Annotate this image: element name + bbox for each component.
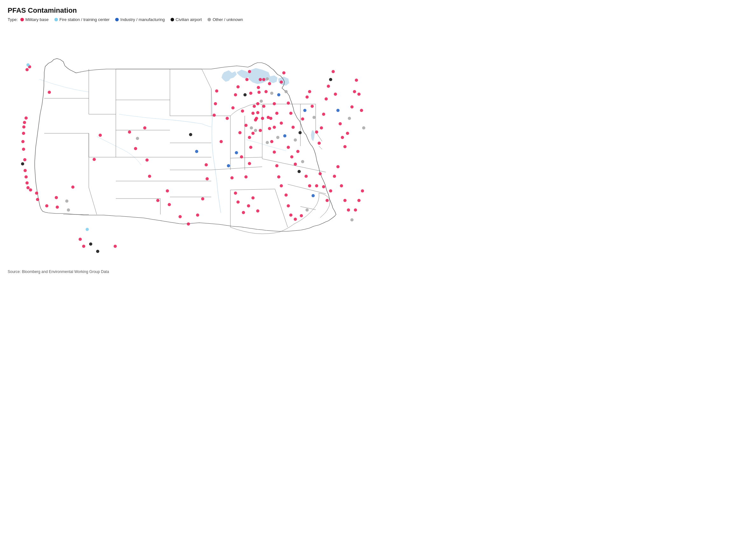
legend-item-military: Military base bbox=[20, 17, 49, 22]
page-title: PFAS Contamination bbox=[8, 6, 368, 15]
legend-label-other: Other / unknown bbox=[213, 17, 243, 22]
legend-item-other: Other / unknown bbox=[207, 17, 243, 22]
legend-label-fire: Fire station / training center bbox=[60, 17, 110, 22]
map-container bbox=[8, 25, 368, 267]
legend-type-label: Type: bbox=[8, 17, 18, 22]
source-text: Source: Bloomberg and Environmental Work… bbox=[8, 269, 368, 274]
legend-dot-fire bbox=[54, 18, 58, 21]
legend-item-airport: Civilian airport bbox=[171, 17, 202, 22]
legend-dot-industry bbox=[115, 18, 119, 21]
legend-label-military: Military base bbox=[25, 17, 49, 22]
legend-label-airport: Civilian airport bbox=[176, 17, 202, 22]
map-svg bbox=[8, 25, 368, 267]
legend: Type: Military base Fire station / train… bbox=[8, 17, 368, 22]
legend-dot-airport bbox=[171, 18, 174, 21]
legend-dot-military bbox=[20, 18, 24, 21]
legend-item-fire: Fire station / training center bbox=[54, 17, 110, 22]
legend-label-industry: Industry / manufacturing bbox=[120, 17, 164, 22]
legend-dot-other bbox=[207, 18, 211, 21]
svg-rect-0 bbox=[8, 25, 368, 267]
legend-item-industry: Industry / manufacturing bbox=[115, 17, 164, 22]
